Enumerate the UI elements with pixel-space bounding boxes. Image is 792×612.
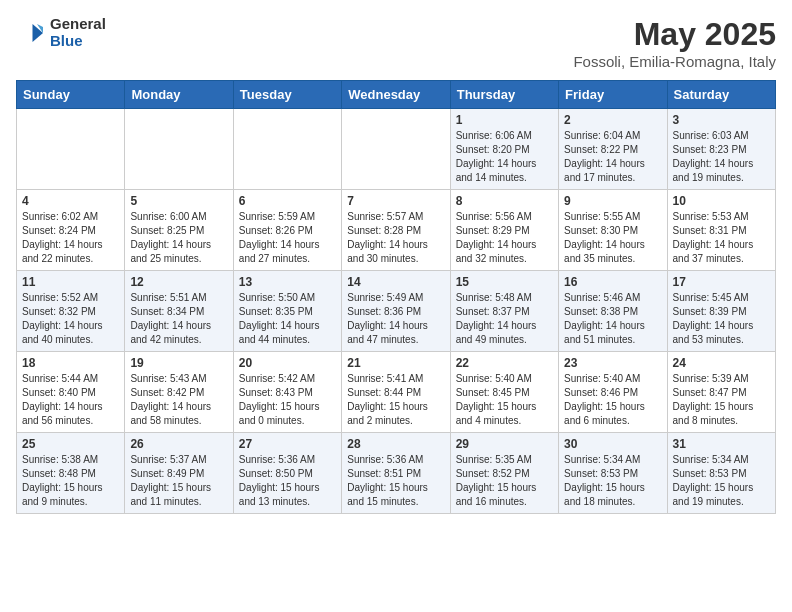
cell-content: Sunrise: 5:49 AM Sunset: 8:36 PM Dayligh…	[347, 291, 444, 347]
day-number: 21	[347, 356, 444, 370]
cell-content: Sunrise: 6:06 AM Sunset: 8:20 PM Dayligh…	[456, 129, 553, 185]
calendar-table: SundayMondayTuesdayWednesdayThursdayFrid…	[16, 80, 776, 514]
calendar-cell	[233, 109, 341, 190]
day-number: 7	[347, 194, 444, 208]
calendar-week-1: 1Sunrise: 6:06 AM Sunset: 8:20 PM Daylig…	[17, 109, 776, 190]
day-header-saturday: Saturday	[667, 81, 775, 109]
cell-content: Sunrise: 6:02 AM Sunset: 8:24 PM Dayligh…	[22, 210, 119, 266]
calendar-cell: 2Sunrise: 6:04 AM Sunset: 8:22 PM Daylig…	[559, 109, 667, 190]
day-number: 28	[347, 437, 444, 451]
cell-content: Sunrise: 5:35 AM Sunset: 8:52 PM Dayligh…	[456, 453, 553, 509]
day-number: 2	[564, 113, 661, 127]
day-number: 22	[456, 356, 553, 370]
title-area: May 2025 Fossoli, Emilia-Romagna, Italy	[573, 16, 776, 70]
day-number: 9	[564, 194, 661, 208]
day-number: 3	[673, 113, 770, 127]
cell-content: Sunrise: 5:41 AM Sunset: 8:44 PM Dayligh…	[347, 372, 444, 428]
calendar-cell: 29Sunrise: 5:35 AM Sunset: 8:52 PM Dayli…	[450, 433, 558, 514]
day-number: 11	[22, 275, 119, 289]
calendar-cell: 24Sunrise: 5:39 AM Sunset: 8:47 PM Dayli…	[667, 352, 775, 433]
day-number: 18	[22, 356, 119, 370]
cell-content: Sunrise: 5:38 AM Sunset: 8:48 PM Dayligh…	[22, 453, 119, 509]
calendar-cell: 6Sunrise: 5:59 AM Sunset: 8:26 PM Daylig…	[233, 190, 341, 271]
calendar-header: SundayMondayTuesdayWednesdayThursdayFrid…	[17, 81, 776, 109]
cell-content: Sunrise: 5:34 AM Sunset: 8:53 PM Dayligh…	[673, 453, 770, 509]
day-number: 29	[456, 437, 553, 451]
calendar-cell: 16Sunrise: 5:46 AM Sunset: 8:38 PM Dayli…	[559, 271, 667, 352]
days-of-week-row: SundayMondayTuesdayWednesdayThursdayFrid…	[17, 81, 776, 109]
header: General Blue May 2025 Fossoli, Emilia-Ro…	[16, 16, 776, 70]
calendar-cell: 11Sunrise: 5:52 AM Sunset: 8:32 PM Dayli…	[17, 271, 125, 352]
calendar-cell: 5Sunrise: 6:00 AM Sunset: 8:25 PM Daylig…	[125, 190, 233, 271]
day-number: 30	[564, 437, 661, 451]
logo: General Blue	[16, 16, 106, 49]
calendar-cell: 18Sunrise: 5:44 AM Sunset: 8:40 PM Dayli…	[17, 352, 125, 433]
day-header-monday: Monday	[125, 81, 233, 109]
calendar-cell	[17, 109, 125, 190]
day-number: 15	[456, 275, 553, 289]
day-header-friday: Friday	[559, 81, 667, 109]
logo-blue-text: Blue	[50, 33, 106, 50]
cell-content: Sunrise: 6:00 AM Sunset: 8:25 PM Dayligh…	[130, 210, 227, 266]
calendar-week-3: 11Sunrise: 5:52 AM Sunset: 8:32 PM Dayli…	[17, 271, 776, 352]
cell-content: Sunrise: 6:03 AM Sunset: 8:23 PM Dayligh…	[673, 129, 770, 185]
cell-content: Sunrise: 5:40 AM Sunset: 8:46 PM Dayligh…	[564, 372, 661, 428]
day-number: 6	[239, 194, 336, 208]
day-header-tuesday: Tuesday	[233, 81, 341, 109]
calendar-cell: 3Sunrise: 6:03 AM Sunset: 8:23 PM Daylig…	[667, 109, 775, 190]
cell-content: Sunrise: 5:40 AM Sunset: 8:45 PM Dayligh…	[456, 372, 553, 428]
cell-content: Sunrise: 5:56 AM Sunset: 8:29 PM Dayligh…	[456, 210, 553, 266]
cell-content: Sunrise: 5:52 AM Sunset: 8:32 PM Dayligh…	[22, 291, 119, 347]
day-number: 19	[130, 356, 227, 370]
calendar-cell: 20Sunrise: 5:42 AM Sunset: 8:43 PM Dayli…	[233, 352, 341, 433]
day-number: 14	[347, 275, 444, 289]
day-number: 27	[239, 437, 336, 451]
day-number: 24	[673, 356, 770, 370]
logo-icon	[16, 18, 46, 48]
calendar-cell: 21Sunrise: 5:41 AM Sunset: 8:44 PM Dayli…	[342, 352, 450, 433]
calendar-cell: 27Sunrise: 5:36 AM Sunset: 8:50 PM Dayli…	[233, 433, 341, 514]
day-header-sunday: Sunday	[17, 81, 125, 109]
calendar-cell: 25Sunrise: 5:38 AM Sunset: 8:48 PM Dayli…	[17, 433, 125, 514]
calendar-cell: 10Sunrise: 5:53 AM Sunset: 8:31 PM Dayli…	[667, 190, 775, 271]
cell-content: Sunrise: 5:59 AM Sunset: 8:26 PM Dayligh…	[239, 210, 336, 266]
calendar-cell: 7Sunrise: 5:57 AM Sunset: 8:28 PM Daylig…	[342, 190, 450, 271]
calendar-cell	[125, 109, 233, 190]
cell-content: Sunrise: 5:57 AM Sunset: 8:28 PM Dayligh…	[347, 210, 444, 266]
calendar-cell: 22Sunrise: 5:40 AM Sunset: 8:45 PM Dayli…	[450, 352, 558, 433]
cell-content: Sunrise: 5:42 AM Sunset: 8:43 PM Dayligh…	[239, 372, 336, 428]
cell-content: Sunrise: 5:51 AM Sunset: 8:34 PM Dayligh…	[130, 291, 227, 347]
calendar-cell: 1Sunrise: 6:06 AM Sunset: 8:20 PM Daylig…	[450, 109, 558, 190]
calendar-week-4: 18Sunrise: 5:44 AM Sunset: 8:40 PM Dayli…	[17, 352, 776, 433]
cell-content: Sunrise: 5:34 AM Sunset: 8:53 PM Dayligh…	[564, 453, 661, 509]
cell-content: Sunrise: 5:36 AM Sunset: 8:51 PM Dayligh…	[347, 453, 444, 509]
calendar-cell: 28Sunrise: 5:36 AM Sunset: 8:51 PM Dayli…	[342, 433, 450, 514]
cell-content: Sunrise: 5:44 AM Sunset: 8:40 PM Dayligh…	[22, 372, 119, 428]
day-number: 13	[239, 275, 336, 289]
day-number: 10	[673, 194, 770, 208]
calendar-cell: 19Sunrise: 5:43 AM Sunset: 8:42 PM Dayli…	[125, 352, 233, 433]
calendar-cell: 13Sunrise: 5:50 AM Sunset: 8:35 PM Dayli…	[233, 271, 341, 352]
calendar-cell	[342, 109, 450, 190]
cell-content: Sunrise: 5:45 AM Sunset: 8:39 PM Dayligh…	[673, 291, 770, 347]
cell-content: Sunrise: 5:53 AM Sunset: 8:31 PM Dayligh…	[673, 210, 770, 266]
day-number: 12	[130, 275, 227, 289]
day-number: 26	[130, 437, 227, 451]
calendar-cell: 8Sunrise: 5:56 AM Sunset: 8:29 PM Daylig…	[450, 190, 558, 271]
day-number: 4	[22, 194, 119, 208]
calendar-cell: 15Sunrise: 5:48 AM Sunset: 8:37 PM Dayli…	[450, 271, 558, 352]
day-header-wednesday: Wednesday	[342, 81, 450, 109]
calendar-cell: 23Sunrise: 5:40 AM Sunset: 8:46 PM Dayli…	[559, 352, 667, 433]
cell-content: Sunrise: 5:43 AM Sunset: 8:42 PM Dayligh…	[130, 372, 227, 428]
calendar-cell: 14Sunrise: 5:49 AM Sunset: 8:36 PM Dayli…	[342, 271, 450, 352]
day-number: 31	[673, 437, 770, 451]
day-header-thursday: Thursday	[450, 81, 558, 109]
calendar-cell: 31Sunrise: 5:34 AM Sunset: 8:53 PM Dayli…	[667, 433, 775, 514]
day-number: 1	[456, 113, 553, 127]
calendar-body: 1Sunrise: 6:06 AM Sunset: 8:20 PM Daylig…	[17, 109, 776, 514]
cell-content: Sunrise: 5:48 AM Sunset: 8:37 PM Dayligh…	[456, 291, 553, 347]
cell-content: Sunrise: 5:36 AM Sunset: 8:50 PM Dayligh…	[239, 453, 336, 509]
cell-content: Sunrise: 5:55 AM Sunset: 8:30 PM Dayligh…	[564, 210, 661, 266]
calendar-cell: 4Sunrise: 6:02 AM Sunset: 8:24 PM Daylig…	[17, 190, 125, 271]
calendar-cell: 30Sunrise: 5:34 AM Sunset: 8:53 PM Dayli…	[559, 433, 667, 514]
